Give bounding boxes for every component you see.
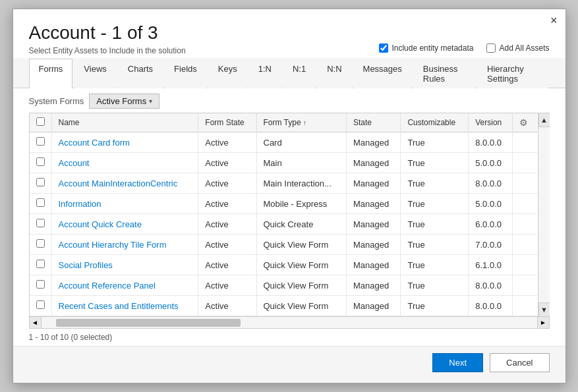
row-state: Managed bbox=[346, 194, 401, 214]
row-checkbox[interactable] bbox=[36, 137, 45, 146]
column-header-form_state[interactable]: Form State bbox=[198, 113, 256, 132]
tab-n-1[interactable]: N:1 bbox=[283, 59, 316, 88]
row-version: 5.0.0.0 bbox=[469, 194, 513, 214]
table-row: Recent Cases and EntitlementsActiveQuick… bbox=[30, 296, 537, 316]
row-form-state: Active bbox=[198, 214, 256, 235]
tab-hierarchy-settings[interactable]: Hierarchy Settings bbox=[477, 59, 548, 88]
row-name-link[interactable]: Recent Cases and Entitlements bbox=[59, 301, 179, 311]
include-entity-metadata-option[interactable]: Include entity metadata bbox=[379, 43, 473, 53]
row-form-type: Mobile - Express bbox=[256, 194, 346, 214]
row-state: Managed bbox=[346, 235, 401, 255]
add-all-assets-checkbox[interactable] bbox=[486, 43, 496, 53]
scroll-up-button[interactable]: ▲ bbox=[538, 113, 550, 127]
tabs-bar: FormsViewsChartsFieldsKeys1:NN:1N:NMessa… bbox=[13, 58, 565, 88]
scroll-left-button[interactable]: ◄ bbox=[30, 317, 42, 329]
row-state: Managed bbox=[346, 255, 401, 275]
row-form-type: Quick View Form bbox=[256, 275, 346, 296]
vertical-scrollbar: ▲ ▼ bbox=[538, 113, 550, 317]
row-checkbox-cell bbox=[30, 173, 52, 194]
table-row: Account MainInteractionCentricActiveMain… bbox=[30, 173, 537, 194]
column-header-settings[interactable]: ⚙ bbox=[513, 113, 537, 132]
row-name-link[interactable]: Information bbox=[59, 199, 101, 209]
row-state: Managed bbox=[346, 296, 401, 316]
column-header-name[interactable]: Name bbox=[51, 113, 198, 132]
horizontal-scroll-thumb[interactable] bbox=[56, 319, 241, 327]
forms-table: NameForm StateForm Type↑StateCustomizabl… bbox=[30, 113, 537, 316]
row-form-state: Active bbox=[198, 296, 256, 316]
next-button[interactable]: Next bbox=[432, 353, 483, 372]
include-entity-metadata-checkbox[interactable] bbox=[379, 43, 388, 53]
row-form-state: Active bbox=[198, 235, 256, 255]
row-checkbox[interactable] bbox=[36, 157, 45, 166]
row-name-cell: Recent Cases and Entitlements bbox=[51, 296, 198, 316]
cancel-button[interactable]: Cancel bbox=[490, 353, 549, 372]
row-checkbox-cell bbox=[30, 132, 52, 153]
row-name-link[interactable]: Account Hierarchy Tile Form bbox=[59, 240, 167, 250]
row-name-link[interactable]: Account Quick Create bbox=[59, 219, 142, 229]
active-forms-label: Active Forms bbox=[96, 96, 146, 106]
row-name-link[interactable]: Account MainInteractionCentric bbox=[59, 179, 178, 188]
row-checkbox-cell bbox=[30, 214, 52, 235]
tab-1-n[interactable]: 1:N bbox=[248, 59, 281, 88]
row-name-link[interactable]: Account Reference Panel bbox=[59, 281, 156, 291]
row-settings-cell bbox=[513, 255, 537, 275]
row-version: 7.0.0.0 bbox=[469, 235, 513, 255]
tab-charts[interactable]: Charts bbox=[118, 59, 163, 88]
row-checkbox-cell bbox=[30, 255, 52, 275]
row-checkbox[interactable] bbox=[36, 260, 45, 268]
row-settings-cell bbox=[513, 275, 537, 296]
column-header-version[interactable]: Version bbox=[469, 113, 513, 132]
dialog-title: Account - 1 of 3 bbox=[29, 22, 550, 43]
tab-fields[interactable]: Fields bbox=[164, 59, 207, 88]
add-all-assets-option[interactable]: Add All Assets bbox=[486, 43, 549, 53]
row-customizable: True bbox=[401, 235, 469, 255]
column-header-state[interactable]: State bbox=[346, 113, 401, 132]
row-name-link[interactable]: Account Card form bbox=[59, 138, 130, 148]
row-form-type: Quick View Form bbox=[256, 255, 346, 275]
row-name-cell: Account bbox=[51, 153, 198, 173]
column-header-customizable[interactable]: Customizable bbox=[401, 113, 469, 132]
sort-icon-form_type: ↑ bbox=[303, 119, 306, 126]
tab-forms[interactable]: Forms bbox=[29, 59, 73, 88]
row-checkbox[interactable] bbox=[36, 219, 45, 227]
scroll-down-button[interactable]: ▼ bbox=[538, 302, 550, 317]
row-name-link[interactable]: Account bbox=[59, 158, 90, 168]
dialog-footer: Next Cancel bbox=[13, 346, 565, 383]
row-version: 6.0.0.0 bbox=[469, 214, 513, 235]
row-form-type: Main Interaction... bbox=[256, 173, 346, 194]
row-checkbox[interactable] bbox=[36, 280, 45, 289]
row-form-state: Active bbox=[198, 173, 256, 194]
row-form-type: Quick Create bbox=[256, 214, 346, 235]
row-customizable: True bbox=[401, 255, 469, 275]
row-name-cell: Account Reference Panel bbox=[51, 275, 198, 296]
row-checkbox[interactable] bbox=[36, 300, 45, 309]
select-all-checkbox[interactable] bbox=[36, 117, 45, 126]
column-header-form_type[interactable]: Form Type↑ bbox=[256, 113, 346, 132]
close-button[interactable]: × bbox=[550, 14, 558, 26]
row-customizable: True bbox=[401, 132, 469, 153]
row-customizable: True bbox=[401, 194, 469, 214]
row-settings-cell bbox=[513, 194, 537, 214]
row-name-cell: Information bbox=[51, 194, 198, 214]
row-name-link[interactable]: Social Profiles bbox=[59, 260, 113, 270]
row-checkbox[interactable] bbox=[36, 239, 45, 248]
active-forms-dropdown[interactable]: Active Forms ▾ bbox=[89, 94, 159, 109]
row-checkbox-cell bbox=[30, 275, 52, 296]
row-settings-cell bbox=[513, 235, 537, 255]
row-checkbox[interactable] bbox=[36, 198, 45, 207]
tab-keys[interactable]: Keys bbox=[208, 59, 247, 88]
dialog-options: Include entity metadata Add All Assets bbox=[13, 43, 565, 53]
table-row: Account Reference PanelActiveQuick View … bbox=[30, 275, 537, 296]
main-dialog: × Account - 1 of 3 Select Entity Assets … bbox=[13, 9, 566, 383]
row-form-type: Quick View Form bbox=[256, 235, 346, 255]
tab-views[interactable]: Views bbox=[74, 59, 116, 88]
row-form-state: Active bbox=[198, 153, 256, 173]
row-state: Managed bbox=[346, 275, 401, 296]
tab-n-n[interactable]: N:N bbox=[317, 59, 351, 88]
tab-business-rules[interactable]: Business Rules bbox=[413, 59, 476, 88]
tab-messages[interactable]: Messages bbox=[353, 59, 412, 88]
scroll-right-button[interactable]: ► bbox=[537, 317, 549, 329]
row-checkbox-cell bbox=[30, 235, 52, 255]
row-checkbox[interactable] bbox=[36, 178, 45, 186]
horizontal-scrollbar[interactable]: ◄ ► bbox=[29, 317, 550, 329]
